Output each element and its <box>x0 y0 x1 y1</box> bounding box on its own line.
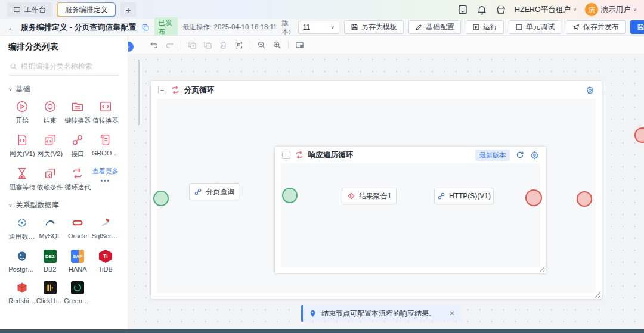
paste-node-icon[interactable] <box>203 41 212 49</box>
section-basic[interactable]: ∨ 基础 <box>8 84 119 94</box>
collapse-group-button[interactable]: − <box>158 86 166 94</box>
node-http[interactable]: HTTP(S)(V1) <box>434 188 494 204</box>
db-item-mysql[interactable]: MySQL <box>36 216 64 241</box>
node-item-interface[interactable]: 接口 <box>64 133 92 158</box>
publish-icon <box>572 23 580 31</box>
page-header: ← 服务编排定义 - 分页查询值集配置 已发布 最近操作: 2025-04-10… <box>0 19 644 36</box>
outer-end-node[interactable] <box>577 191 592 207</box>
tab-workbench[interactable]: 工作台 <box>7 2 52 17</box>
group-settings-gear-icon[interactable] <box>530 151 539 160</box>
group-resize-handle[interactable] <box>539 266 545 272</box>
group-resize-handle[interactable] <box>595 292 600 298</box>
view-more-button[interactable]: 查看更多 ••• <box>92 167 120 192</box>
code-icon <box>99 100 112 113</box>
run-button[interactable]: 运行 <box>466 20 504 34</box>
node-item-groovy[interactable]: GROOV... <box>92 133 120 158</box>
zoom-out-icon[interactable] <box>257 41 266 49</box>
home-icon[interactable] <box>457 4 468 15</box>
sap-text: SAP <box>73 254 82 259</box>
db-item-greenplum[interactable]: Greenpl... <box>64 281 92 304</box>
db-item-clickhouse[interactable]: ClickHo... <box>36 281 64 304</box>
back-button[interactable]: ← <box>7 22 16 32</box>
node-item-gateway-v2[interactable]: 网关(V2) <box>36 133 64 158</box>
node-item-block-wait[interactable]: 阻塞等待 <box>8 167 36 192</box>
plus-icon: + <box>126 5 131 15</box>
node-item-key-converter[interactable]: 键转换器 <box>64 100 92 125</box>
redshift-icon <box>16 281 29 294</box>
fit-view-icon[interactable] <box>234 41 243 49</box>
tab-service-orchestration[interactable]: 服务编排定义 <box>58 3 115 16</box>
zoom-in-icon[interactable] <box>273 41 281 49</box>
link-icon <box>194 188 202 196</box>
item-label: ClickHo... <box>36 297 64 304</box>
collapse-group-button[interactable]: − <box>282 151 290 159</box>
save-and-publish-button[interactable]: 保存并发布 <box>566 20 626 34</box>
canvas-toolbar <box>128 36 644 54</box>
close-icon[interactable]: ✕ <box>449 309 455 318</box>
user-menu[interactable]: 演 演示用户 ∨ <box>585 3 637 16</box>
db-item-sqlserver[interactable]: SqlServer <box>92 216 120 241</box>
node-label: HTTP(S)(V1) <box>449 192 491 200</box>
unit-test-button[interactable]: 单元调试 <box>509 20 561 34</box>
save-button[interactable]: 保存 <box>630 20 644 34</box>
item-label: TiDB <box>98 266 113 273</box>
redo-icon[interactable] <box>165 41 174 49</box>
item-label: 通用数据... <box>8 232 36 241</box>
db-item-postgres[interactable]: Postgre... <box>8 250 36 273</box>
search-input[interactable] <box>21 62 110 70</box>
db-item-tidb[interactable]: Ti TiDB <box>92 250 120 273</box>
minimap-icon[interactable] <box>295 41 304 49</box>
group-header: − 分页循环 <box>151 81 602 99</box>
node-item-end[interactable]: 结束 <box>36 100 64 125</box>
item-label: GROOV... <box>92 150 119 157</box>
db-item-redshift[interactable]: Redshift... <box>8 281 36 304</box>
inner-start-node[interactable] <box>282 188 298 203</box>
undo-icon[interactable] <box>150 41 159 49</box>
db-item-db2[interactable]: DB2 DB2 <box>36 250 64 273</box>
item-label: 网关(V1) <box>10 150 35 158</box>
group-response-loop[interactable]: − 响应遍历循环 最新版本 <box>274 146 547 274</box>
save-icon <box>637 23 644 31</box>
start-icon <box>16 100 29 113</box>
gateway-v2-icon <box>44 133 57 147</box>
sqlserver-icon <box>99 216 112 229</box>
node-item-dependency[interactable]: 依赖条件 <box>36 167 64 192</box>
inner-end-node[interactable] <box>525 189 542 206</box>
flow-canvas[interactable]: « − 分页循环 − 响应遍历循环 <box>128 36 644 329</box>
item-label: Postgre... <box>8 266 36 273</box>
node-item-value-converter[interactable]: 值转换器 <box>92 100 120 125</box>
copy-node-icon[interactable] <box>188 41 197 49</box>
sidebar-search[interactable] <box>8 58 119 76</box>
version-select[interactable]: 11 ∨ <box>298 21 339 34</box>
market-basket-icon[interactable] <box>496 4 506 15</box>
hourglass-icon <box>16 167 29 180</box>
item-label: MySQL <box>39 232 61 239</box>
basic-config-button[interactable]: 基础配置 <box>408 20 461 34</box>
db-item-hana[interactable]: SAP HANA <box>64 250 92 273</box>
button-label: 单元调试 <box>526 22 555 32</box>
node-item-start[interactable]: 开始 <box>8 100 36 125</box>
node-item-gateway-v1[interactable]: 网关(V1) <box>8 133 36 158</box>
refresh-icon[interactable] <box>516 151 524 159</box>
copy-icon[interactable] <box>141 23 150 32</box>
last-operation: 最近操作: 2025-04-10 16:18:11 <box>182 23 277 32</box>
node-page-query[interactable]: 分页查询 <box>189 183 239 200</box>
notification-bell-icon[interactable] <box>476 4 487 15</box>
add-tab-button[interactable]: + <box>120 2 136 17</box>
version-value: 11 <box>303 23 310 32</box>
section-relational-db[interactable]: ∨ 关系型数据库 <box>8 200 119 210</box>
node-item-loop[interactable]: 循环迭代 <box>64 167 92 192</box>
save-as-icon <box>351 23 358 31</box>
tab-active-label: 服务编排定义 <box>65 5 108 15</box>
tenant-switcher[interactable]: HZERO平台租户 ∨ <box>515 5 577 15</box>
loop-icon <box>71 167 84 180</box>
save-as-template-button[interactable]: 另存为模板 <box>344 20 404 34</box>
start-node[interactable] <box>153 191 169 206</box>
delete-node-icon[interactable] <box>219 41 228 49</box>
group-settings-gear-icon[interactable] <box>586 86 595 95</box>
db-item-oracle[interactable]: Oracle <box>64 216 92 241</box>
button-label: 保存并发布 <box>583 22 619 32</box>
node-result-aggregate[interactable]: 结果聚合1 <box>342 188 397 204</box>
greenplum-icon <box>71 281 84 294</box>
db-item-generic[interactable]: 通用数据... <box>8 216 36 241</box>
